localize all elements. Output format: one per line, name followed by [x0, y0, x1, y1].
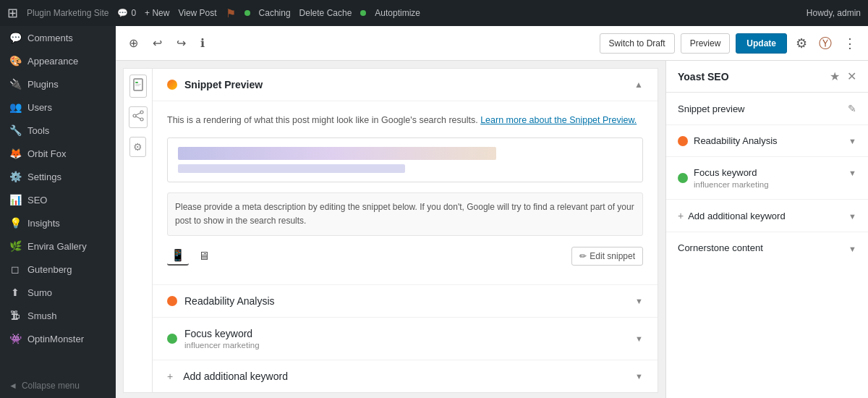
- new-bar-item[interactable]: + New: [145, 8, 169, 18]
- new-label: + New: [145, 8, 169, 18]
- toolbar-right: Switch to Draft Preview Update ⚙ Ⓨ ⋮: [600, 32, 859, 55]
- collapse-arrow-icon: ◄: [9, 381, 17, 391]
- sidebar-item-appearance[interactable]: 🎨 Appearance: [0, 49, 116, 72]
- yoast-cornerstone-arrow: ▼: [848, 245, 856, 253]
- main-editor-area: Snippet Preview ▲ This is a rendering of…: [153, 69, 658, 392]
- snippet-preview-title: Snippet Preview: [184, 79, 263, 90]
- yoast-bar-icon: ⚑: [226, 7, 236, 20]
- yoast-add-keyword-section[interactable]: + Add additional keyword ▼: [666, 200, 868, 232]
- comments-bar-item[interactable]: 💬 0: [117, 8, 136, 18]
- yoast-toolbar-icon[interactable]: Ⓨ: [816, 32, 835, 55]
- sidebar-item-orbit-fox[interactable]: 🦊 Orbit Fox: [0, 142, 116, 165]
- readability-label: Readability Analysis: [184, 295, 275, 307]
- edit-snippet-label: Edit snippet: [590, 251, 635, 261]
- delete-cache-bar-item[interactable]: Delete Cache: [299, 8, 352, 18]
- yoast-snippet-preview-row[interactable]: Snippet preview ✎: [666, 93, 868, 125]
- smush-icon: 🗜: [9, 310, 22, 321]
- sidebar-item-seo[interactable]: 📊 SEO: [0, 188, 116, 211]
- yoast-readability-arrow: ▼: [848, 137, 856, 145]
- caching-label: Caching: [259, 8, 291, 18]
- sidebar-item-users[interactable]: 👥 Users: [0, 96, 116, 119]
- yoast-panel-title: Yoast SEO: [678, 71, 729, 82]
- sidebar-item-smush[interactable]: 🗜 Smush: [0, 304, 116, 327]
- preview-button[interactable]: Preview: [681, 33, 731, 54]
- mobile-device-icon[interactable]: 📱: [167, 246, 189, 266]
- yoast-focus-keyword-value: influencer marketing: [694, 180, 769, 189]
- yoast-cornerstone-section[interactable]: Cornerstone content ▼: [666, 232, 868, 263]
- snippet-description: This is a rendering of what this post mi…: [167, 113, 643, 127]
- snippet-desc-text: This is a rendering of what this post mi…: [167, 115, 478, 125]
- sidebar-label-smush: Smush: [27, 310, 56, 321]
- users-icon: 👥: [9, 101, 22, 113]
- howdy-text: Howdy, admin: [807, 8, 861, 18]
- sidebar-label-gutenberg: Gutenberg: [27, 264, 72, 275]
- traffic-light-icon: [167, 80, 177, 90]
- optinmonster-icon: 👾: [9, 333, 22, 344]
- yoast-close-icon[interactable]: ✕: [847, 69, 856, 83]
- envira-icon: 🌿: [9, 240, 22, 252]
- more-options-button[interactable]: ⋮: [841, 33, 859, 54]
- sidebar-item-sumo[interactable]: ⬆ Sumo: [0, 281, 116, 304]
- readability-arrow-icon: ▼: [635, 297, 643, 305]
- focus-keyword-value: influencer marketing: [184, 341, 260, 350]
- view-post-label: View Post: [178, 8, 216, 18]
- yoast-snippet-edit-icon[interactable]: ✎: [848, 103, 856, 114]
- editor-left-strip: ⚙: [124, 69, 153, 392]
- seo-icon: 📊: [9, 194, 22, 206]
- yoast-readability-section[interactable]: Readability Analysis ▼: [666, 125, 868, 157]
- sidebar-item-envira[interactable]: 🌿 Envira Gallery: [0, 234, 116, 258]
- info-button[interactable]: ℹ: [196, 33, 209, 53]
- gear-strip-icon[interactable]: ⚙: [129, 137, 146, 157]
- autoptimize-label: Autoptimize: [375, 8, 420, 18]
- comment-icon: 💬: [117, 8, 128, 18]
- autoptimize-bar-item[interactable]: Autoptimize: [375, 8, 420, 18]
- add-block-button[interactable]: ⊕: [124, 33, 142, 53]
- sidebar-item-plugins[interactable]: 🔌 Plugins: [0, 72, 116, 96]
- yoast-focus-keyword-dot: [678, 173, 688, 183]
- sidebar-item-comments[interactable]: 💬 Comments: [0, 26, 116, 49]
- focus-keyword-section[interactable]: Focus keyword influencer marketing ▼: [153, 317, 658, 360]
- add-keyword-section-left: + Add additional keyword: [167, 371, 288, 382]
- yoast-focus-keyword-section[interactable]: Focus keyword influencer marketing ▼: [666, 157, 868, 200]
- collapse-menu[interactable]: ◄ Collapse menu: [0, 373, 116, 398]
- sidebar-item-optinmonster[interactable]: 👾 OptinMonster: [0, 327, 116, 350]
- pencil-icon: ✏: [579, 251, 587, 261]
- redo-button[interactable]: ↪: [172, 33, 190, 53]
- sidebar-item-tools[interactable]: 🔧 Tools: [0, 119, 116, 142]
- sidebar-label-insights: Insights: [27, 218, 60, 229]
- yoast-readability-dot: [678, 136, 688, 146]
- plus-icon: +: [167, 371, 173, 382]
- snippet-learn-more-link[interactable]: Learn more about the Snippet Preview.: [480, 115, 637, 125]
- preview-title-blur: [178, 147, 496, 160]
- readability-section[interactable]: Readability Analysis ▼: [153, 284, 658, 317]
- settings-panel-toggle[interactable]: ⚙: [793, 33, 810, 54]
- sidebar-item-settings[interactable]: ⚙️ Settings: [0, 165, 116, 188]
- caching-bar-item[interactable]: Caching: [259, 8, 291, 18]
- edit-snippet-button[interactable]: ✏ Edit snippet: [571, 247, 643, 266]
- readability-status-dot: [167, 296, 177, 306]
- add-keyword-section[interactable]: + Add additional keyword ▼: [153, 360, 658, 392]
- site-name[interactable]: Plugin Marketing Site: [27, 8, 109, 18]
- undo-button[interactable]: ↩: [148, 33, 166, 53]
- switch-to-draft-button[interactable]: Switch to Draft: [600, 33, 675, 54]
- sidebar-label-settings: Settings: [27, 172, 61, 182]
- sumo-icon: ⬆: [9, 287, 22, 298]
- comments-icon: 💬: [9, 32, 22, 43]
- yoast-readability-label: Readability Analysis: [694, 135, 778, 146]
- share-strip-icon[interactable]: [129, 106, 148, 128]
- yoast-focus-keyword-arrow: ▼: [848, 169, 856, 177]
- wp-logo-icon[interactable]: ⊞: [7, 5, 18, 21]
- snippet-preview-box: [167, 137, 643, 182]
- sidebar-label-optinmonster: OptinMonster: [27, 334, 84, 344]
- sidebar-item-gutenberg[interactable]: ◻ Gutenberg: [0, 258, 116, 281]
- desktop-device-icon[interactable]: 🖥: [195, 247, 213, 265]
- yoast-star-icon[interactable]: ★: [830, 69, 840, 83]
- snippet-header: Snippet Preview ▲: [153, 69, 658, 101]
- view-post-bar-item[interactable]: View Post: [178, 8, 216, 18]
- yoast-panel: Yoast SEO ★ ✕ Snippet preview ✎: [665, 61, 868, 398]
- sidebar-item-insights[interactable]: 💡 Insights: [0, 211, 116, 234]
- seo-strip-icon[interactable]: [129, 75, 147, 98]
- snippet-collapse-arrow[interactable]: ▲: [634, 80, 643, 90]
- update-button[interactable]: Update: [736, 33, 787, 54]
- yoast-plus-icon: +: [678, 210, 684, 221]
